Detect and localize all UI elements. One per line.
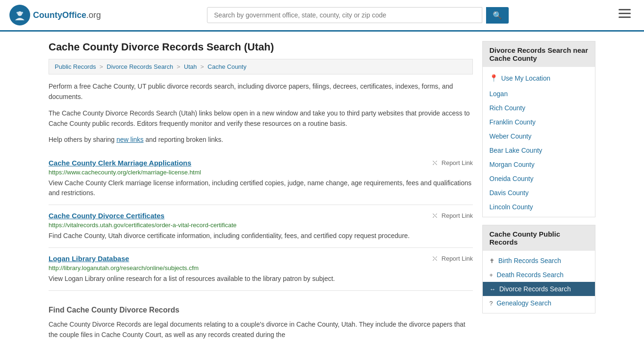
record-url-1[interactable]: https://vitalrecords.utah.gov/certificat… [49, 222, 473, 229]
pr-icon-3: ? [489, 300, 493, 307]
breadcrumb-sep3: > [200, 63, 206, 70]
svg-rect-4 [619, 9, 631, 10]
nearby-section-body: 📍 Use My Location LoganRich CountyFrankl… [483, 67, 595, 217]
record-header-0: Cache County Clerk Marriage Applications… [49, 159, 473, 167]
find-section-text: Cache County Divorce Records are legal d… [49, 319, 473, 340]
nearby-item-logan[interactable]: Logan [483, 87, 595, 101]
report-link-2[interactable]: ⛌ Report Link [432, 255, 473, 263]
records-container: Cache County Clerk Marriage Applications… [49, 152, 473, 291]
nearby-items-list: LoganRich CountyFranklin CountyWeber Cou… [483, 87, 595, 214]
pr-icon-0: ✝ [489, 257, 495, 264]
help-prefix: Help others by sharing [49, 136, 116, 143]
pr-label-2: Divorce Records Search [499, 285, 571, 293]
record-desc-0: View Cache County Clerk marriage license… [49, 178, 473, 198]
logo-icon [9, 5, 30, 25]
new-links-link[interactable]: new links [116, 136, 144, 143]
public-records-items-list: ✝Birth Records Search+Death Records Sear… [483, 254, 595, 310]
find-section: Find Cache County Divorce Records Cache … [49, 299, 473, 347]
help-text: Help others by sharing new links and rep… [49, 135, 473, 145]
record-desc-1: Find Cache County, Utah divorce certific… [49, 231, 473, 241]
public-records-header: Cache County Public Records [483, 225, 595, 251]
record-title-1[interactable]: Cache County Divorce Certificates [49, 212, 165, 220]
sidebar: Divorce Records Search near Cache County… [482, 41, 595, 346]
report-label-2: Report Link [442, 255, 473, 262]
nearby-item-bear-lake-county[interactable]: Bear Lake County [483, 143, 595, 157]
breadcrumb-sep1: > [99, 63, 105, 70]
menu-icon[interactable] [615, 7, 635, 23]
logo-brand: CountyOffice [33, 10, 86, 20]
record-desc-2: View Logan Library online research for a… [49, 274, 473, 284]
breadcrumb-public-records[interactable]: Public Records [55, 63, 96, 70]
header: CountyOffice.org 🔍 [0, 0, 644, 32]
record-header-2: Logan Library Database ⛌ Report Link [49, 255, 473, 263]
nearby-item-weber-county[interactable]: Weber County [483, 129, 595, 143]
record-card-0: Cache County Clerk Marriage Applications… [49, 152, 473, 205]
pr-item-death-records-search[interactable]: +Death Records Search [483, 268, 595, 282]
report-link-0[interactable]: ⛌ Report Link [432, 159, 473, 167]
intro-paragraph-2: The Cache County Divorce Records Search … [49, 108, 473, 129]
nearby-item-oneida-county[interactable]: Oneida County [483, 172, 595, 186]
find-section-title: Find Cache County Divorce Records [49, 306, 473, 314]
pr-label-1: Death Records Search [497, 271, 564, 279]
use-location-label: Use My Location [501, 74, 550, 82]
report-label-0: Report Link [442, 159, 473, 166]
breadcrumb-sep2: > [177, 63, 182, 70]
pr-icon-1: + [489, 272, 493, 279]
record-url-0[interactable]: https://www.cachecounty.org/clerk/marria… [49, 169, 473, 176]
search-input[interactable] [207, 7, 482, 23]
breadcrumb: Public Records > Divorce Records Search … [49, 59, 473, 74]
location-pin-icon: 📍 [489, 74, 498, 82]
logo-area: CountyOffice.org [9, 5, 101, 25]
pr-label-0: Birth Records Search [498, 257, 561, 264]
breadcrumb-divorce-records[interactable]: Divorce Records Search [107, 63, 173, 70]
use-my-location[interactable]: 📍 Use My Location [483, 70, 595, 87]
logo-text: CountyOffice.org [33, 10, 101, 20]
report-label-1: Report Link [442, 212, 473, 219]
pr-icon-2: ↔ [489, 286, 495, 293]
record-title-0[interactable]: Cache County Clerk Marriage Applications [49, 159, 191, 167]
nearby-item-rich-county[interactable]: Rich County [483, 101, 595, 115]
record-header-1: Cache County Divorce Certificates ⛌ Repo… [49, 212, 473, 220]
intro-paragraph-1: Perform a free Cache County, UT public d… [49, 81, 473, 102]
nearby-item-morgan-county[interactable]: Morgan County [483, 157, 595, 172]
page-title: Cache County Divorce Records Search (Uta… [49, 41, 473, 53]
svg-rect-5 [619, 13, 631, 14]
record-card-1: Cache County Divorce Certificates ⛌ Repo… [49, 205, 473, 248]
public-records-section: Cache County Public Records ✝Birth Recor… [482, 225, 595, 313]
report-icon-1: ⛌ [432, 212, 439, 220]
search-icon: 🔍 [493, 11, 502, 19]
svg-point-3 [21, 12, 23, 14]
content-area: Cache County Divorce Records Search (Uta… [49, 41, 473, 346]
main-container: Cache County Divorce Records Search (Uta… [39, 32, 605, 346]
help-suffix: and reporting broken links. [145, 136, 223, 143]
breadcrumb-cache-county[interactable]: Cache County [207, 63, 246, 70]
pr-item-genealogy-search[interactable]: ?Genealogy Search [483, 296, 595, 310]
report-link-1[interactable]: ⛌ Report Link [432, 212, 473, 220]
report-icon-0: ⛌ [432, 159, 439, 167]
nearby-section-header: Divorce Records Search near Cache County [483, 41, 595, 67]
search-button[interactable]: 🔍 [486, 7, 509, 24]
nearby-item-davis-county[interactable]: Davis County [483, 186, 595, 200]
record-title-2[interactable]: Logan Library Database [49, 255, 129, 263]
pr-item-divorce-records-search[interactable]: ↔Divorce Records Search [483, 282, 595, 296]
pr-item-birth-records-search[interactable]: ✝Birth Records Search [483, 254, 595, 268]
search-area: 🔍 [207, 7, 509, 24]
record-card-2: Logan Library Database ⛌ Report Link htt… [49, 248, 473, 291]
nearby-item-franklin-county[interactable]: Franklin County [483, 115, 595, 129]
pr-label-3: Genealogy Search [496, 299, 551, 307]
svg-point-1 [17, 11, 22, 16]
logo-suffix: .org [86, 10, 101, 20]
svg-point-2 [17, 12, 18, 14]
breadcrumb-utah[interactable]: Utah [184, 63, 197, 70]
nearby-item-lincoln-county[interactable]: Lincoln County [483, 200, 595, 214]
record-url-2[interactable]: http://library.loganutah.org/research/on… [49, 264, 473, 272]
report-icon-2: ⛌ [432, 255, 439, 263]
nearby-section: Divorce Records Search near Cache County… [482, 41, 595, 217]
svg-rect-6 [619, 16, 631, 18]
public-records-body: ✝Birth Records Search+Death Records Sear… [483, 251, 595, 313]
